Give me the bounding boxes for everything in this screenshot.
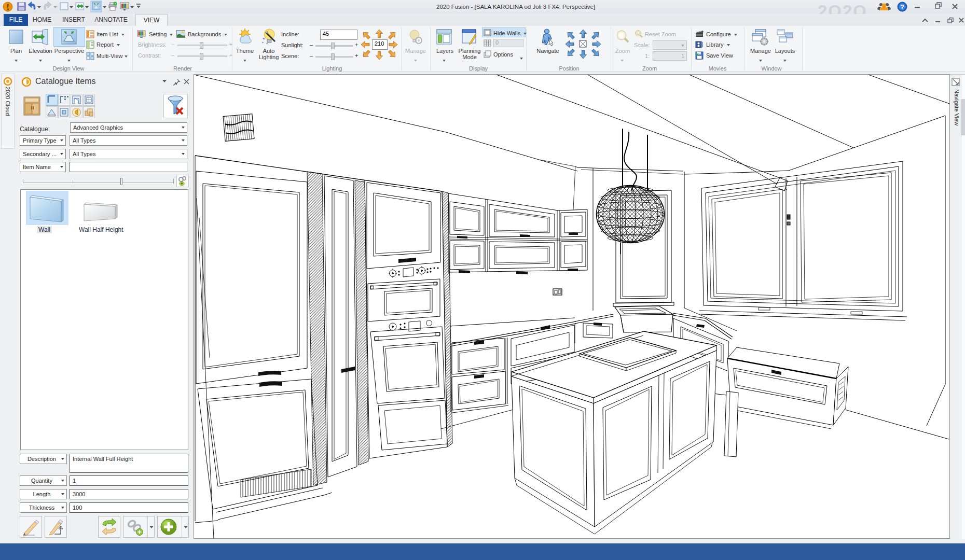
svg-text:?: ? [900, 3, 904, 11]
